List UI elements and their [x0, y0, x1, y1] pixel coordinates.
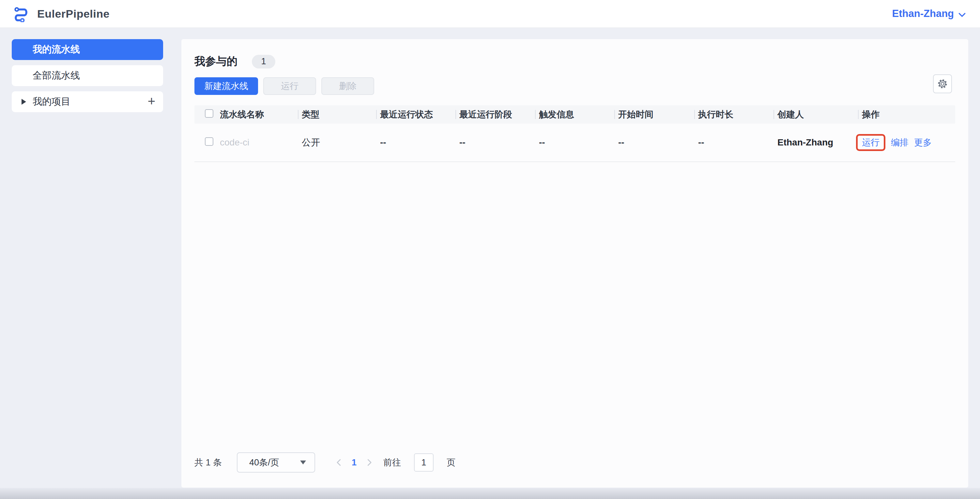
prev-page-icon[interactable]	[334, 458, 344, 467]
top-header: EulerPipeline Ethan-Zhang	[0, 0, 980, 28]
column-header-type: 类型	[298, 109, 376, 120]
duration-value: --	[694, 137, 773, 148]
toolbar: 新建流水线 运行 删除	[194, 77, 955, 95]
table-settings-button[interactable]	[933, 75, 952, 93]
sidebar-item-my-pipelines[interactable]: 我的流水线	[12, 39, 163, 60]
row-actions: 运行 编排 更多	[858, 135, 955, 150]
user-menu[interactable]: Ethan-Zhang	[892, 8, 967, 19]
new-pipeline-button[interactable]: 新建流水线	[194, 77, 258, 95]
pipelines-table: 流水线名称 类型 最近运行状态 最近运行阶段 触发信息 开始时间 执行时长 创建…	[194, 105, 955, 162]
column-header-actions: 操作	[858, 109, 955, 120]
last-run-stage-value: --	[455, 137, 535, 148]
annotation-highlight-box: 运行	[856, 134, 885, 151]
row-checkbox[interactable]	[205, 137, 213, 146]
pipeline-name[interactable]: code-ci	[220, 137, 298, 148]
pipeline-logo-icon	[13, 5, 30, 22]
row-checkbox-cell	[194, 137, 220, 148]
goto-label: 前往	[383, 457, 401, 468]
sidebar-item-label: 我的流水线	[33, 43, 80, 56]
pipeline-type: 公开	[298, 136, 376, 149]
add-project-icon[interactable]: +	[148, 95, 155, 108]
app-logo: EulerPipeline	[13, 5, 110, 22]
column-header-start-time: 开始时间	[614, 109, 694, 120]
content-area: 我的流水线 全部流水线 我的项目 + 我参与的 1 新建流水线 运行 删除	[12, 39, 968, 488]
creator-value: Ethan-Zhang	[773, 137, 858, 148]
start-time-value: --	[614, 137, 694, 148]
sidebar: 我的流水线 全部流水线 我的项目 +	[12, 39, 163, 488]
sidebar-item-my-projects[interactable]: 我的项目 +	[12, 91, 163, 112]
select-caret-icon	[300, 461, 306, 464]
pagination: 共 1 条 40条/页 1 前往 页	[194, 452, 455, 473]
row-action-edit[interactable]: 编排	[891, 137, 908, 148]
column-header-last-run-stage: 最近运行阶段	[455, 109, 535, 120]
total-count-text: 共 1 条	[194, 457, 222, 468]
sidebar-item-label: 全部流水线	[33, 69, 80, 82]
page-title: 我参与的	[194, 54, 237, 69]
current-page-number[interactable]: 1	[352, 458, 356, 468]
trigger-info-value: --	[535, 137, 614, 148]
next-page-icon[interactable]	[364, 458, 374, 467]
gear-icon	[937, 78, 948, 89]
count-badge: 1	[252, 55, 275, 68]
main-panel: 我参与的 1 新建流水线 运行 删除 流水线名称 类型 最近运行状态	[181, 39, 968, 488]
sidebar-item-all-pipelines[interactable]: 全部流水线	[12, 65, 163, 86]
goto-page-input[interactable]	[414, 453, 434, 472]
column-header-trigger-info: 触发信息	[535, 109, 614, 120]
row-action-more[interactable]: 更多	[914, 137, 932, 148]
page-size-select[interactable]: 40条/页	[237, 452, 315, 473]
column-header-duration: 执行时长	[694, 109, 773, 120]
column-header-last-run-status: 最近运行状态	[376, 109, 455, 120]
delete-button[interactable]: 删除	[321, 77, 374, 95]
run-button[interactable]: 运行	[263, 77, 316, 95]
header-checkbox-cell	[194, 109, 220, 120]
table-row: code-ci 公开 -- -- -- -- -- Ethan-Zhang 运行…	[194, 124, 955, 162]
column-header-name: 流水线名称	[220, 109, 298, 120]
sidebar-item-label: 我的项目	[33, 95, 70, 108]
page-unit-label: 页	[447, 457, 455, 468]
row-action-run[interactable]: 运行	[862, 138, 880, 148]
last-run-status-value: --	[376, 137, 455, 148]
app-title: EulerPipeline	[37, 8, 110, 20]
table-header-row: 流水线名称 类型 最近运行状态 最近运行阶段 触发信息 开始时间 执行时长 创建…	[194, 105, 955, 124]
page-size-value: 40条/页	[249, 457, 279, 468]
expand-arrow-icon[interactable]	[22, 99, 26, 105]
user-name[interactable]: Ethan-Zhang	[892, 8, 954, 19]
column-header-creator: 创建人	[773, 109, 858, 120]
select-all-checkbox[interactable]	[205, 109, 213, 118]
bottom-fade-strip	[0, 488, 980, 499]
chevron-down-icon	[957, 10, 967, 19]
title-row: 我参与的 1	[194, 39, 955, 69]
